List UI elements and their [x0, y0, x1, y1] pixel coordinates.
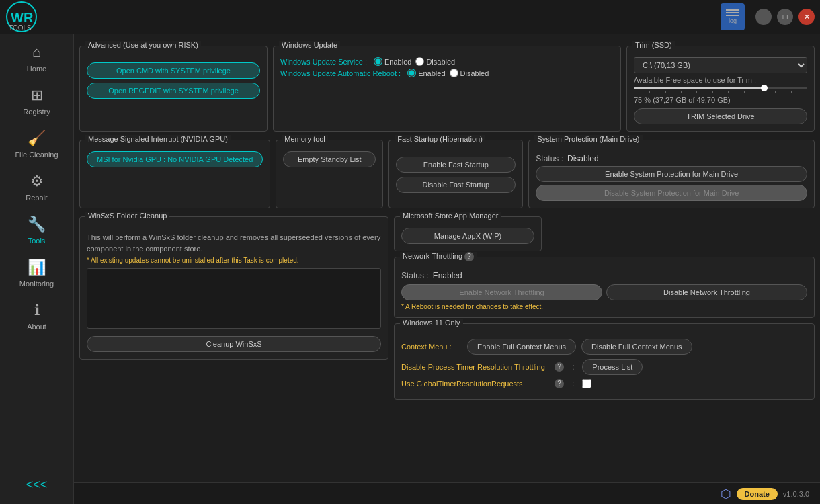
app-logo: WR TOOLS	[5, 1, 38, 33]
log-button[interactable]: log	[721, 3, 745, 30]
protection-status-value: Disabled	[567, 154, 599, 163]
system-protection-panel: System Protection (Main Drive) Status : …	[528, 140, 815, 208]
about-icon: ℹ	[28, 301, 46, 320]
network-status-label: Status :	[401, 271, 429, 280]
store-network-row: Microsoft Store App Manager Manage AppX …	[394, 212, 815, 251]
monitoring-icon: 📊	[28, 258, 46, 277]
windows11-panel: Windows 11 Only Context Menu : Enable Fu…	[394, 323, 815, 400]
right-column: Microsoft Store App Manager Manage AppX …	[394, 212, 815, 400]
disable-protection-button[interactable]: Disable System Protection for Main Drive	[536, 185, 807, 201]
fast-startup-title: Fast Startup (Hibernation)	[395, 135, 485, 143]
cleanup-winsxs-button[interactable]: Cleanup WinSxS	[87, 336, 381, 352]
trim-button[interactable]: TRIM Selected Drive	[634, 108, 807, 124]
winsxs-note: * All existing updates cannot be uninsta…	[87, 257, 381, 264]
enable-fast-startup-button[interactable]: Enable Fast Startup	[396, 157, 516, 173]
regedit-button[interactable]: Open REGEDIT with SYSTEM privilege	[87, 83, 260, 99]
collapse-button[interactable]: <<<	[21, 472, 53, 497]
global-timer-checkbox[interactable]	[582, 379, 591, 388]
sidebar-item-tools[interactable]: 🔧 Tools	[0, 208, 73, 251]
appx-title: Microsoft Store App Manager	[400, 212, 501, 220]
network-status-value: Enabled	[433, 271, 462, 280]
sidebar-item-repair[interactable]: ⚙ Repair	[0, 165, 73, 208]
sidebar-label-about: About	[27, 323, 46, 331]
sidebar-label-repair: Repair	[26, 194, 47, 202]
logo-svg: WR TOOLS	[5, 1, 38, 33]
network-title: Network Throttling ?	[400, 252, 477, 261]
global-timer-label: Use GlobalTimerResolutionRequests	[401, 380, 549, 388]
enable-context-menu-button[interactable]: Enable Full Context Menus	[467, 339, 576, 355]
winsxs-panel: WinSxS Folder Cleanup This will perform …	[79, 216, 388, 360]
registry-icon: ⊞	[28, 86, 46, 105]
empty-standby-button[interactable]: Empty Standby List	[283, 151, 376, 167]
close-button[interactable]: ✕	[798, 9, 815, 25]
network-buttons: Enable Network Throttling Disable Networ…	[401, 284, 807, 300]
drive-select[interactable]: C:\ (70,13 GB)	[634, 57, 807, 73]
service-disabled-label[interactable]: Disabled	[415, 57, 455, 66]
msi-title: Message Signaled Interrupt (NVIDIA GPU)	[85, 135, 231, 143]
repair-icon: ⚙	[28, 172, 46, 191]
timer-resolution-row: Disable Process Timer Resolution Throttl…	[401, 359, 807, 375]
winsxs-log-area[interactable]	[87, 268, 381, 329]
row-2: Message Signaled Interrupt (NVIDIA GPU) …	[79, 136, 815, 208]
global-timer-row: Use GlobalTimerResolutionRequests ? :	[401, 379, 807, 388]
donate-button[interactable]: Donate	[737, 488, 778, 500]
disable-context-menu-button[interactable]: Disable Full Context Menus	[581, 339, 692, 355]
sidebar-label-monitoring: Monitoring	[19, 280, 54, 288]
reboot-disabled-label[interactable]: Disabled	[450, 69, 489, 77]
enable-network-throttling-button[interactable]: Enable Network Throttling	[401, 284, 602, 300]
winsxs-description: This will perform a WinSxS folder cleanu…	[87, 232, 381, 254]
maximize-button[interactable]: □	[777, 9, 793, 25]
sidebar-item-registry[interactable]: ⊞ Registry	[0, 79, 73, 122]
main-layout: ⌂ Home ⊞ Registry 🧹 File Cleaning ⚙ Repa…	[0, 34, 820, 504]
msi-text-btn[interactable]: MSI for Nvidia GPU : No NVIDIA GPU Detec…	[87, 151, 263, 167]
free-space-label: Avalaible Free space to use for Trim :	[634, 76, 807, 84]
global-timer-help-icon[interactable]: ?	[555, 379, 564, 388]
sidebar-label-home: Home	[27, 65, 46, 73]
trim-slider[interactable]	[634, 87, 807, 93]
advanced-buttons: Open CMD with SYSTEM privilege Open REGE…	[87, 62, 260, 99]
trim-panel: Trim (SSD) C:\ (70,13 GB) Avalaible Free…	[626, 46, 815, 132]
protection-status-row: Status : Disabled	[536, 154, 807, 163]
service-enabled-label[interactable]: Enabled	[374, 57, 411, 66]
row-1: Advanced (Use at you own RISK) Open CMD …	[79, 39, 815, 132]
sidebar-item-file-cleaning[interactable]: 🧹 File Cleaning	[0, 122, 73, 165]
discord-icon[interactable]: ⬡	[721, 487, 731, 501]
service-radio-row: Windows Update Service : Enabled Disable…	[280, 57, 614, 66]
network-status-row: Status : Enabled	[401, 271, 807, 280]
service-enabled-radio[interactable]	[374, 57, 382, 66]
reboot-radio-row: Windows Update Automatic Reboot : Enable…	[280, 69, 614, 77]
sidebar-item-home[interactable]: ⌂ Home	[0, 36, 73, 79]
reboot-enabled-text: Enabled	[418, 69, 445, 77]
disable-network-throttling-button[interactable]: Disable Network Throttling	[606, 284, 807, 300]
enable-protection-button[interactable]: Enable System Protection for Main Drive	[536, 166, 807, 182]
timer-help-icon[interactable]: ?	[555, 362, 564, 372]
fast-startup-panel: Fast Startup (Hibernation) Enable Fast S…	[388, 140, 523, 208]
fast-startup-buttons: Enable Fast Startup Disable Fast Startup	[396, 157, 516, 193]
version-text: v1.0.3.0	[783, 490, 809, 498]
sidebar: ⌂ Home ⊞ Registry 🧹 File Cleaning ⚙ Repa…	[0, 34, 74, 504]
trim-title: Trim (SSD)	[632, 41, 675, 49]
process-list-button[interactable]: Process List	[582, 359, 643, 375]
msi-panel: Message Signaled Interrupt (NVIDIA GPU) …	[79, 140, 270, 208]
sidebar-item-monitoring[interactable]: 📊 Monitoring	[0, 251, 73, 294]
reboot-disabled-radio[interactable]	[450, 69, 458, 77]
space-value: 75 % (37,27 GB of 49,70 GB)	[634, 96, 807, 104]
windows-update-panel: Windows Update Windows Update Service : …	[273, 46, 621, 132]
reboot-enabled-label[interactable]: Enabled	[407, 69, 445, 77]
service-disabled-radio[interactable]	[415, 57, 424, 66]
reboot-label: Windows Update Automatic Reboot :	[280, 69, 401, 77]
disable-fast-startup-button[interactable]: Disable Fast Startup	[396, 177, 516, 193]
reboot-enabled-radio[interactable]	[407, 69, 416, 77]
advanced-panel: Advanced (Use at you own RISK) Open CMD …	[79, 46, 268, 132]
sidebar-bottom: <<<	[21, 466, 53, 504]
tools-icon: 🔧	[28, 215, 46, 234]
network-help-icon[interactable]: ?	[464, 252, 474, 261]
row-3: WinSxS Folder Cleanup This will perform …	[79, 212, 815, 400]
minimize-button[interactable]: ─	[755, 9, 772, 25]
manage-appx-button[interactable]: Manage AppX (WIP)	[401, 228, 534, 244]
cmd-button[interactable]: Open CMD with SYSTEM privilege	[87, 62, 260, 79]
sidebar-label-tools: Tools	[28, 237, 46, 245]
context-menu-label: Context Menu :	[401, 343, 462, 351]
memory-title: Memory tool	[282, 135, 328, 143]
sidebar-item-about[interactable]: ℹ About	[0, 294, 73, 337]
